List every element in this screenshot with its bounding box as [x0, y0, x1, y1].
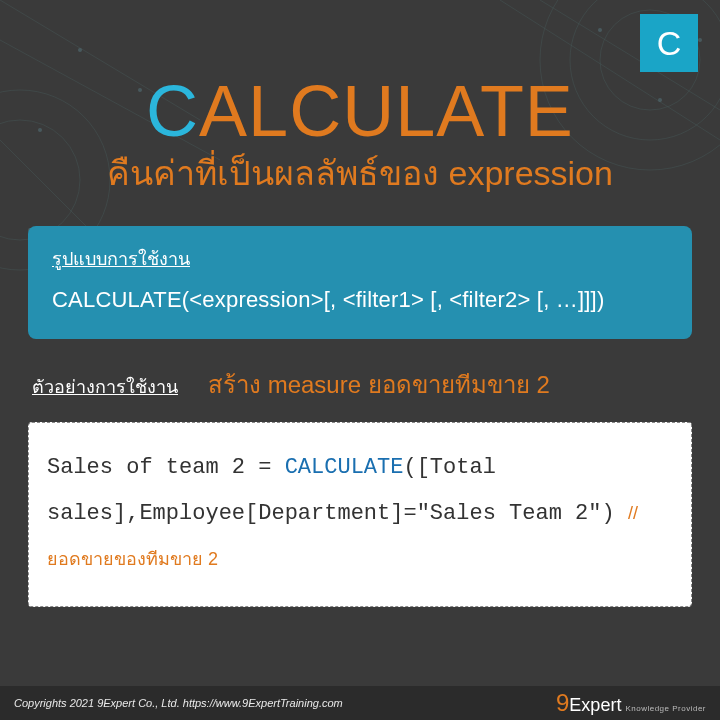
footer-copyright: Copyrights 2021 9Expert Co., Ltd. https:…	[14, 697, 343, 709]
title-rest: ALCULATE	[199, 71, 574, 151]
title-block: CALCULATE คืนค่าที่เป็นผลลัพธ์ของ expres…	[0, 0, 720, 200]
title-first-char: C	[146, 71, 199, 151]
example-label: ตัวอย่างการใช้งาน	[32, 372, 178, 401]
code-keyword: CALCULATE	[285, 455, 404, 480]
footer-brand: 9Expert Knowledge Provider	[556, 689, 706, 717]
syntax-text: CALCULATE(<expression>[, <filter1> [, <f…	[52, 287, 668, 313]
subtitle: คืนค่าที่เป็นผลลัพธ์ของ expression	[0, 146, 720, 200]
slide-root: C CALCULATE คืนค่าที่เป็นผลลัพธ์ของ expr…	[0, 0, 720, 720]
example-description: สร้าง measure ยอดขายทีมขาย 2	[208, 365, 550, 404]
code-box: Sales of team 2 = CALCULATE([Total sales…	[28, 422, 692, 607]
main-title: CALCULATE	[0, 70, 720, 152]
brand-nine: 9	[556, 689, 569, 717]
syntax-header: รูปแบบการใช้งาน	[52, 244, 668, 273]
code-prefix: Sales of team 2 =	[47, 455, 285, 480]
syntax-box: รูปแบบการใช้งาน CALCULATE(<expression>[,…	[28, 226, 692, 339]
brand-tagline: Knowledge Provider	[625, 704, 706, 713]
footer: Copyrights 2021 9Expert Co., Ltd. https:…	[0, 686, 720, 720]
brand-rest: Expert	[569, 695, 621, 716]
example-header: ตัวอย่างการใช้งาน สร้าง measure ยอดขายที…	[32, 365, 688, 404]
